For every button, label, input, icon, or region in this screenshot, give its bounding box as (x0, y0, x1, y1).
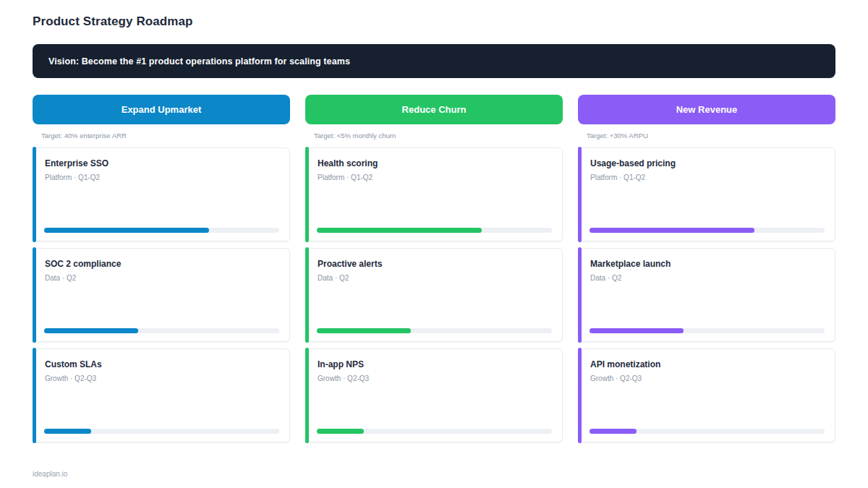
initiative-card[interactable]: API monetization Growth · Q2-Q3 (578, 348, 835, 442)
column-target: Target: <5% monthly churn (314, 132, 563, 140)
roadmap-column: New Revenue Target: +30% ARPU Usage-base… (578, 95, 835, 449)
card-accent-bar (305, 348, 309, 443)
column-title: Expand Upmarket (122, 104, 202, 115)
initiative-card[interactable]: Health scoring Platform · Q1-Q2 (305, 147, 563, 241)
progress-bar-track (317, 328, 552, 333)
progress-bar-fill (590, 228, 754, 233)
column-cards: Health scoring Platform · Q1-Q2 Proactiv… (305, 147, 563, 442)
progress-bar-track (44, 228, 279, 233)
initiative-meta: Data · Q2 (306, 269, 562, 282)
card-accent-bar (578, 247, 582, 343)
initiative-meta: Data · Q2 (33, 269, 289, 282)
initiative-title: Usage-based pricing (579, 148, 835, 168)
footer-brand: ideaplan.io (33, 470, 835, 478)
column-header-button[interactable]: New Revenue (578, 95, 835, 124)
column-title: Reduce Churn (402, 104, 467, 115)
initiative-title: SOC 2 compliance (33, 249, 289, 269)
vision-text: Vision: Become the #1 product operations… (48, 56, 350, 67)
progress-bar-track (590, 328, 825, 333)
progress-bar-fill (317, 328, 411, 333)
progress-bar-fill (590, 429, 637, 434)
initiative-title: Enterprise SSO (33, 148, 289, 168)
card-accent-bar (578, 147, 582, 242)
initiative-title: Marketplace launch (579, 249, 835, 269)
progress-bar-track (44, 328, 279, 333)
roadmap-page: Product Strategy Roadmap Vision: Become … (0, 14, 868, 478)
column-cards: Enterprise SSO Platform · Q1-Q2 SOC 2 co… (33, 147, 290, 442)
card-accent-bar (305, 247, 309, 343)
page-title: Product Strategy Roadmap (33, 14, 835, 29)
column-header-button[interactable]: Expand Upmarket (33, 95, 290, 124)
progress-bar-track (590, 228, 825, 233)
column-target: Target: +30% ARPU (587, 132, 835, 140)
initiative-card[interactable]: Marketplace launch Data · Q2 (578, 248, 835, 342)
progress-bar-track (44, 429, 279, 434)
vision-banner: Vision: Become the #1 product operations… (33, 44, 835, 78)
progress-bar-fill (317, 429, 364, 434)
progress-bar-fill (44, 429, 91, 434)
initiative-card[interactable]: Custom SLAs Growth · Q2-Q3 (33, 348, 290, 442)
initiative-title: Health scoring (306, 148, 562, 168)
initiative-meta: Growth · Q2-Q3 (579, 369, 835, 382)
column-title: New Revenue (676, 104, 738, 115)
columns-container: Expand Upmarket Target: 40% enterprise A… (33, 95, 835, 449)
initiative-meta: Data · Q2 (579, 269, 835, 282)
progress-bar-track (317, 429, 552, 434)
progress-bar-fill (44, 328, 138, 333)
column-cards: Usage-based pricing Platform · Q1-Q2 Mar… (578, 147, 835, 442)
initiative-meta: Platform · Q1-Q2 (306, 168, 562, 181)
roadmap-column: Reduce Churn Target: <5% monthly churn H… (305, 95, 563, 449)
card-accent-bar (33, 147, 36, 242)
progress-bar-fill (590, 328, 684, 333)
column-header-button[interactable]: Reduce Churn (305, 95, 563, 124)
card-accent-bar (33, 348, 36, 443)
initiative-card[interactable]: In-app NPS Growth · Q2-Q3 (305, 348, 563, 442)
initiative-title: Custom SLAs (33, 349, 289, 369)
card-accent-bar (578, 348, 582, 443)
initiative-title: API monetization (579, 349, 835, 369)
initiative-meta: Platform · Q1-Q2 (33, 168, 289, 181)
progress-bar-track (590, 429, 825, 434)
progress-bar-fill (44, 228, 209, 233)
card-accent-bar (33, 247, 36, 343)
initiative-card[interactable]: Proactive alerts Data · Q2 (305, 248, 563, 342)
initiative-meta: Growth · Q2-Q3 (306, 369, 562, 382)
progress-bar-fill (317, 228, 482, 233)
progress-bar-track (317, 228, 552, 233)
initiative-card[interactable]: Enterprise SSO Platform · Q1-Q2 (33, 147, 290, 241)
initiative-meta: Growth · Q2-Q3 (33, 369, 289, 382)
column-target: Target: 40% enterprise ARR (41, 132, 290, 140)
initiative-title: In-app NPS (306, 349, 562, 369)
card-accent-bar (305, 147, 309, 242)
initiative-card[interactable]: SOC 2 compliance Data · Q2 (33, 248, 290, 342)
initiative-card[interactable]: Usage-based pricing Platform · Q1-Q2 (578, 147, 835, 241)
initiative-title: Proactive alerts (306, 249, 562, 269)
initiative-meta: Platform · Q1-Q2 (579, 168, 835, 181)
roadmap-column: Expand Upmarket Target: 40% enterprise A… (33, 95, 290, 449)
